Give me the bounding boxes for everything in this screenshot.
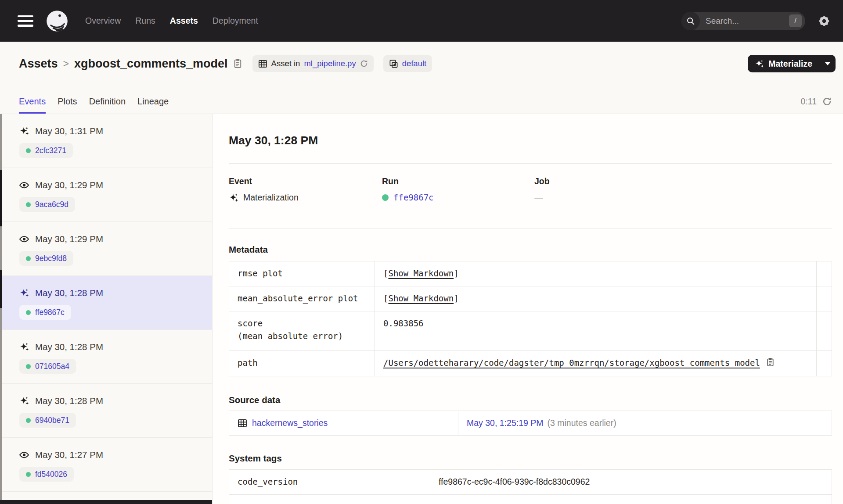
metadata-key: rmse plot <box>229 261 375 286</box>
table-row: rmse plot [Show Markdown] <box>229 261 832 286</box>
nav-item-runs[interactable]: Runs <box>135 16 155 26</box>
search-icon <box>681 12 700 30</box>
event-list-item[interactable]: May 30, 1:29 PM 9aca6c9d <box>0 168 212 222</box>
materialize-button[interactable]: Materialize <box>748 55 836 72</box>
event-list-item[interactable]: May 30, 1:29 PM 9ebc9fd8 <box>0 222 212 276</box>
nav-item-assets[interactable]: Assets <box>170 16 198 26</box>
tab-definition[interactable]: Definition <box>89 97 126 114</box>
asset-in-label: Asset in <box>271 59 300 68</box>
run-status-dot <box>26 148 31 153</box>
observation-eye-icon <box>19 180 29 190</box>
run-status-dot <box>26 472 31 477</box>
run-link[interactable]: 071605a4 <box>19 359 76 374</box>
event-list-item-selected[interactable]: May 30, 1:28 PM ffe9867c <box>0 276 212 330</box>
source-timestamp-link[interactable]: May 30, 1:25:19 PM <box>467 418 544 428</box>
materialization-sparkle-icon <box>19 288 29 298</box>
table-row: code_version ffe9867c-ec9c-4f06-939c-f8d… <box>229 470 832 495</box>
event-type-value: Materialization <box>243 193 299 203</box>
job-label: Job <box>534 176 832 186</box>
path-link[interactable]: /Users/odetteharary/code/dagster/tmp_0mz… <box>383 358 760 368</box>
tag-value: ffe9867c-ec9c-4f06-939c-f8dc830c0962 <box>430 470 832 495</box>
copy-path-icon[interactable] <box>766 357 775 367</box>
event-detail-panel: May 30, 1:28 PM Event Materialization Ru… <box>213 114 843 504</box>
table-row-partial <box>229 495 832 504</box>
materialization-sparkle-icon <box>19 126 29 136</box>
metadata-action-cell <box>817 311 832 351</box>
system-tags-heading: System tags <box>229 453 832 464</box>
nav-item-overview[interactable]: Overview <box>85 16 121 26</box>
metadata-value: [Show Markdown] <box>375 286 817 311</box>
tab-lineage[interactable]: Lineage <box>137 97 169 114</box>
run-link[interactable]: 9ebc9fd8 <box>19 251 73 266</box>
breadcrumb: Assets > xgboost_comments_model <box>19 57 243 71</box>
run-status-dot <box>26 256 31 261</box>
run-link[interactable]: fd540026 <box>19 467 74 482</box>
refresh-icon[interactable] <box>822 97 832 106</box>
materialize-dropdown-caret[interactable] <box>819 62 836 65</box>
copy-asset-name-icon[interactable] <box>233 58 243 69</box>
breadcrumb-assets[interactable]: Assets <box>19 57 58 71</box>
metadata-key: mean_absolute_error plot <box>229 286 375 311</box>
nav-item-deployment[interactable]: Deployment <box>213 16 258 26</box>
metadata-key: score (mean_absolute_error) <box>229 311 375 351</box>
dagster-logo-icon[interactable] <box>46 10 68 32</box>
tag-key: code_version <box>229 470 430 495</box>
tab-events[interactable]: Events <box>19 97 46 114</box>
metadata-value: 0.983856 <box>375 311 817 351</box>
reload-definition-icon[interactable] <box>360 60 368 68</box>
job-value: — <box>534 193 832 203</box>
run-link[interactable]: 2cfc3271 <box>19 143 73 158</box>
system-tags-table: code_version ffe9867c-ec9c-4f06-939c-f8d… <box>229 469 832 504</box>
run-status-dot <box>26 364 31 369</box>
sidebar-bottom-bar <box>0 500 212 504</box>
pipeline-file-link[interactable]: ml_pipeline.py <box>304 59 356 68</box>
app-root: Overview Runs Assets Deployment Search..… <box>0 0 843 504</box>
asset-location-badge[interactable]: Asset in ml_pipeline.py <box>252 55 374 72</box>
event-list-sidebar: May 30, 1:31 PM 2cfc3271 May 30, 1:29 PM… <box>0 114 213 504</box>
tag-value <box>430 495 832 504</box>
event-time: May 30, 1:29 PM <box>35 234 103 244</box>
table-row: hackernews_stories May 30, 1:25:19 PM(3 … <box>229 411 832 436</box>
event-list-item[interactable]: May 30, 1:28 PM 071605a4 <box>0 330 212 384</box>
search-shortcut-key: / <box>789 14 802 27</box>
run-status-dot <box>26 310 31 315</box>
divider <box>229 229 832 229</box>
source-relative-time: (3 minutes earlier) <box>548 418 616 428</box>
nav-links: Overview Runs Assets Deployment <box>85 16 258 26</box>
run-link[interactable]: 9aca6c9d <box>19 197 75 212</box>
window-edge-dark <box>0 170 2 226</box>
run-link[interactable]: 6940be71 <box>19 413 76 428</box>
materialize-sparkle-icon <box>755 59 764 68</box>
repo-link[interactable]: default <box>402 59 427 68</box>
tab-bar: Events Plots Definition Lineage 0:11 <box>0 86 843 114</box>
event-label: Event <box>229 176 382 186</box>
event-list-item[interactable]: May 30, 1:31 PM 2cfc3271 <box>0 114 212 168</box>
run-link[interactable]: ffe9867c <box>19 305 71 320</box>
divider <box>229 163 832 164</box>
observation-eye-icon <box>19 450 29 460</box>
metadata-action-cell <box>817 261 832 286</box>
search-input[interactable]: Search... / <box>681 12 805 30</box>
source-data-table: hackernews_stories May 30, 1:25:19 PM(3 … <box>229 411 832 436</box>
repo-badge[interactable]: default <box>383 55 432 72</box>
event-time: May 30, 1:31 PM <box>35 126 103 136</box>
event-list-item[interactable]: May 30, 1:27 PM fd540026 <box>0 438 212 492</box>
event-time: May 30, 1:27 PM <box>35 450 103 460</box>
content-area: May 30, 1:31 PM 2cfc3271 May 30, 1:29 PM… <box>0 114 843 504</box>
source-data-heading: Source data <box>229 395 832 405</box>
metadata-value: /Users/odetteharary/code/dagster/tmp_0mz… <box>375 351 817 376</box>
materialize-label: Materialize <box>768 59 812 69</box>
run-status-dot <box>26 202 31 207</box>
event-list-item[interactable]: May 30, 1:28 PM 6940be71 <box>0 384 212 438</box>
show-markdown-link[interactable]: Show Markdown <box>388 268 454 278</box>
settings-gear-icon[interactable] <box>818 14 831 28</box>
run-id-link[interactable]: ffe9867c <box>393 193 434 202</box>
source-asset-link[interactable]: hackernews_stories <box>252 417 328 429</box>
tab-plots[interactable]: Plots <box>58 97 77 114</box>
refresh-timer: 0:11 <box>800 97 832 114</box>
metadata-heading: Metadata <box>229 244 832 255</box>
show-markdown-link[interactable]: Show Markdown <box>388 293 454 303</box>
menu-icon[interactable] <box>18 15 33 27</box>
event-time: May 30, 1:28 PM <box>35 288 103 298</box>
event-time: May 30, 1:28 PM <box>35 396 103 406</box>
